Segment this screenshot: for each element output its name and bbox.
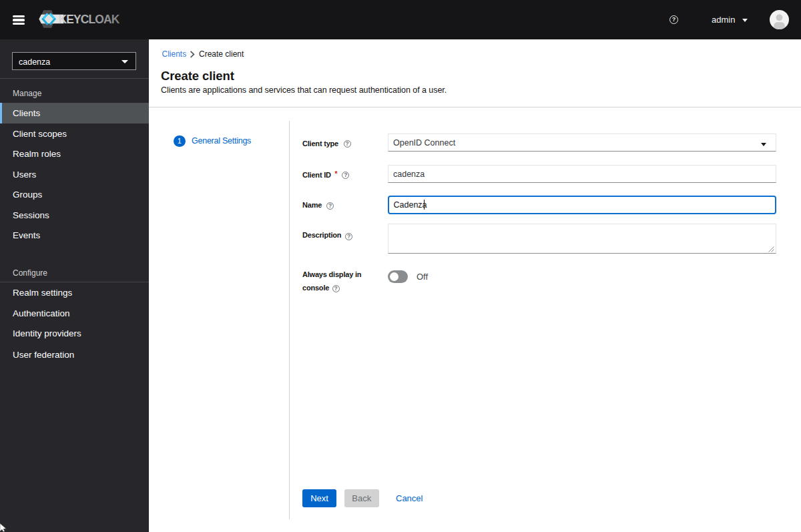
svg-text:KEYCLOAK: KEYCLOAK bbox=[59, 13, 120, 26]
